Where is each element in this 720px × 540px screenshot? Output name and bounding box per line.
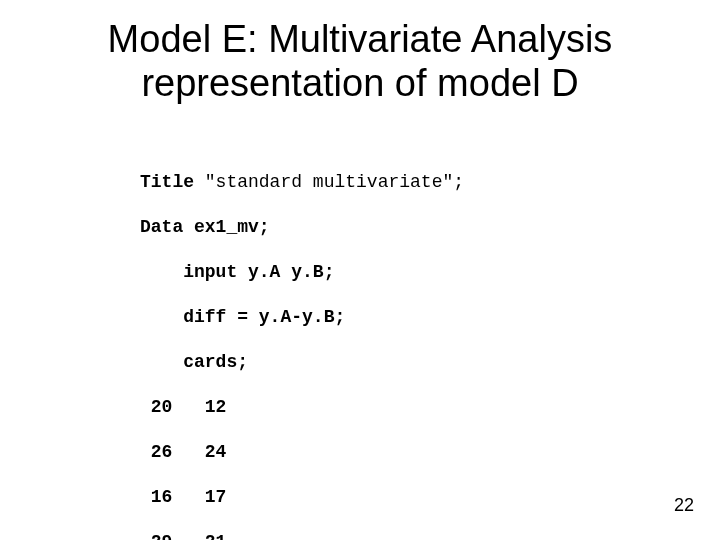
code-line: cards; [140,351,464,374]
code-line: 26 24 [140,441,464,464]
code-line: Title "standard multivariate"; [140,171,464,194]
kw-data: Data ex1_mv; [140,217,270,237]
title-line-1: Model E: Multivariate Analysis [108,18,613,60]
title-line-2: representation of model D [141,62,578,104]
code-line: 29 21 [140,531,464,541]
slide: Model E: Multivariate Analysis represent… [0,0,720,540]
code-line: 16 17 [140,486,464,509]
page-number: 22 [674,495,694,516]
code-line: 20 12 [140,396,464,419]
code-line: Data ex1_mv; [140,216,464,239]
kw-title: Title [140,172,205,192]
slide-title: Model E: Multivariate Analysis represent… [0,18,720,105]
code-line: diff = y.A-y.B; [140,306,464,329]
code-text: "standard multivariate"; [205,172,464,192]
code-block: Title "standard multivariate"; Data ex1_… [140,148,464,540]
code-line: input y.A y.B; [140,261,464,284]
